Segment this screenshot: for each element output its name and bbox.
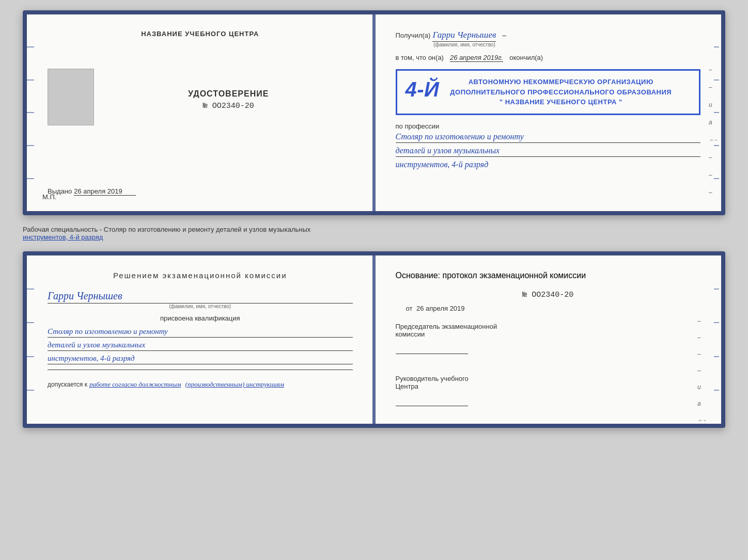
issued-date: 26 апреля 2019 [74, 187, 136, 196]
vtom-prefix: в том, что он(а) [396, 54, 444, 61]
recipient-name-container: Гарри Чернышев (фамилия, имя, отчество) [432, 30, 496, 47]
vtom-line: в том, что он(а) 26 апреля 2019г. окончи… [396, 54, 701, 62]
prof-line2: деталей и узлов музыкальных [396, 146, 701, 157]
rukovoditel-signature-line [396, 406, 468, 406]
recipient-name: Гарри Чернышев [432, 30, 496, 42]
vtom-date: 26 апреля 2019г. [450, 54, 503, 62]
edge-line [27, 178, 34, 179]
mp-label: М.П. [42, 193, 56, 201]
qualification-lines: Столяр по изготовлению и ремонту деталей… [48, 327, 353, 364]
predsedatel-label: Председатель экзаменационной комиссии [396, 323, 701, 338]
edge-line [27, 112, 34, 113]
certificate-spread-bottom: Решением экзаменационной комиссии Гарри … [23, 251, 725, 428]
qual-line3: инструментов, 4-й разряд [48, 354, 353, 364]
caption-line2: инструментов, 4-й разряд [23, 233, 103, 241]
stamp-text: АВТОНОМНУЮ НЕКОММЕРЧЕСКУЮ ОРГАНИЗАЦИЮ ДО… [431, 77, 691, 107]
stamp-number: 4-й [406, 74, 440, 105]
dopuskaetsya-block: допускается к работе согласно должностны… [48, 380, 353, 389]
issued-line: Выдано 26 апреля 2019 [48, 187, 353, 196]
name-block-bottom: Гарри Чернышев (фамилия, имя, отчество) [48, 290, 353, 309]
rukovoditel-text: Руководитель учебного Центра [396, 375, 469, 390]
certificate-spread-top: НАЗВАНИЕ УЧЕБНОГО ЦЕНТРА УДОСТОВЕРЕНИЕ №… [23, 10, 725, 215]
left-edge-decoration [27, 14, 37, 211]
edge-line [27, 46, 34, 47]
rukovoditel-label: Руководитель учебного Центра [396, 375, 701, 390]
prof-line3: инструментов, 4-й разряд [396, 160, 701, 170]
cert-left-content: НАЗВАНИЕ УЧЕБНОГО ЦЕНТРА УДОСТОВЕРЕНИЕ №… [48, 30, 353, 196]
poluchil-label: Получил(а) [396, 31, 431, 39]
predsedatel-block: Председатель экзаменационной комиссии [396, 323, 701, 354]
po-professii-label: по профессии [396, 122, 701, 130]
ot-line: от 26 апреля 2019 [396, 305, 701, 312]
edge-line [27, 289, 34, 290]
name-handwritten-bottom: Гарри Чернышев [48, 290, 353, 303]
edge-line [27, 322, 34, 323]
rukovoditel-block: Руководитель учебного Центра [396, 375, 701, 406]
page-left-bottom: Решением экзаменационной комиссии Гарри … [27, 255, 375, 424]
dopuskaetsya-prefix: допускается к [48, 381, 87, 388]
photo-placeholder [48, 69, 94, 125]
page-right-bottom: Основание: протокол экзаменационной коми… [375, 255, 722, 424]
stamp-block: 4-й АВТОНОМНУЮ НЕКОММЕРЧЕСКУЮ ОРГАНИЗАЦИ… [396, 69, 701, 115]
stamp-line2: ДОПОЛНИТЕЛЬНОГО ПРОФЕССИОНАЛЬНОГО ОБРАЗО… [431, 87, 691, 98]
edge-line [27, 145, 34, 146]
edge-line [27, 79, 34, 81]
caption-line1: Рабочая специальность - Столяр по изгото… [23, 226, 310, 233]
qual-line1: Столяр по изготовлению и ремонту [48, 327, 353, 338]
received-line: Получил(а) Гарри Чернышев (фамилия, имя,… [396, 30, 701, 47]
dopusk-text1: работе согласно должностным [89, 380, 181, 389]
stamp-line3: " НАЗВАНИЕ УЧЕБНОГО ЦЕНТРА " [431, 97, 691, 107]
edge-line [714, 289, 719, 290]
edge-line [27, 356, 34, 357]
page-right-top: Получил(а) Гарри Чернышев (фамилия, имя,… [375, 14, 722, 211]
ot-date: 26 апреля 2019 [416, 305, 465, 312]
predsedatel-text: Председатель экзаменационной комиссии [396, 323, 497, 338]
edge-line [714, 322, 719, 323]
prisvoyena-text: присвоена квалификация [48, 314, 353, 322]
dash-separator: – [502, 31, 506, 39]
cert-org-title: НАЗВАНИЕ УЧЕБНОГО ЦЕНТРА [141, 30, 259, 38]
resheniem-title: Решением экзаменационной комиссии [48, 271, 353, 280]
caption: Рабочая специальность - Столяр по изгото… [23, 223, 725, 243]
right-dashes-bottom: – – – – и а ←- – – – [697, 317, 706, 428]
prof-line1: Столяр по изготовлению и ремонту [396, 132, 701, 143]
udostoverenie-label: УДОСТОВЕРЕНИЕ [188, 89, 269, 99]
edge-line [27, 390, 34, 391]
edge-line [714, 356, 719, 357]
empty-line [48, 370, 353, 370]
right-dashes: – – и а ←- – – – [709, 66, 717, 196]
cert-number: № OO2340-20 [203, 102, 254, 110]
edge-line [714, 390, 719, 391]
stamp-line1: АВТОНОМНУЮ НЕКОММЕРЧЕСКУЮ ОРГАНИЗАЦИЮ [431, 77, 691, 87]
right-edge-decoration-bottom [713, 255, 719, 424]
predsedatel-signature-line [396, 354, 468, 354]
edge-line [714, 46, 719, 47]
protocol-number: № OO2340-20 [396, 291, 701, 299]
name-subtitle-bottom: (фамилия, имя, отчество) [48, 303, 353, 309]
page-left-top: НАЗВАНИЕ УЧЕБНОГО ЦЕНТРА УДОСТОВЕРЕНИЕ №… [27, 14, 375, 211]
qual-line2: деталей и узлов музыкальных [48, 341, 353, 351]
osnovanie-title: Основание: протокол экзаменационной коми… [396, 271, 701, 280]
left-edge-decoration-bottom [27, 255, 37, 424]
vtom-suffix: окончил(а) [509, 54, 543, 61]
dopusk-text2: (производственным) инструкциям [185, 380, 285, 389]
ot-prefix: от [406, 305, 413, 312]
recipient-name-subtitle: (фамилия, имя, отчество) [433, 42, 495, 47]
